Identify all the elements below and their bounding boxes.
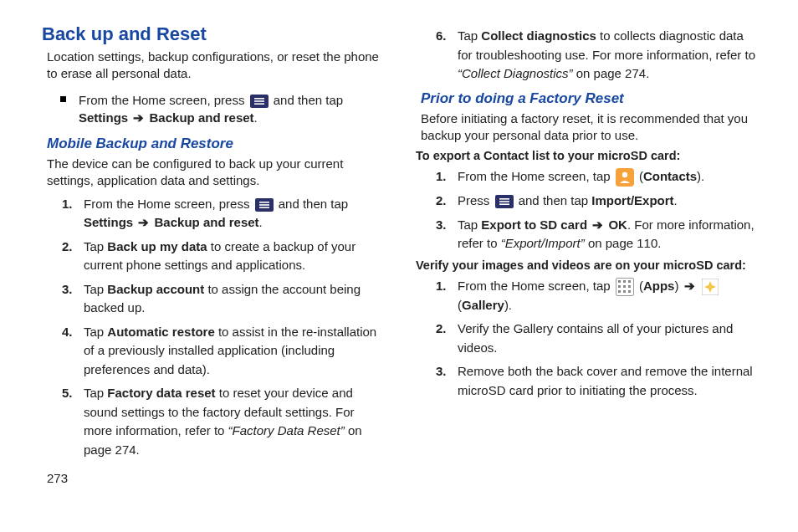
text: Press [458,193,494,207]
list-item: Tap Backup account to assign the account… [62,280,382,318]
menu-icon [255,198,274,212]
ordered-list-c: From the Home screen, tap (Apps) ➔ (Gall… [436,277,756,401]
svg-rect-3 [254,103,264,105]
svg-rect-17 [618,285,621,288]
left-column: Back up and Reset Location settings, bac… [42,23,382,485]
svg-rect-12 [499,201,509,202]
subheading-verify: Verify your images and videos are on you… [416,258,756,272]
svg-rect-22 [628,290,631,293]
svg-rect-7 [259,207,269,208]
text: Remove both the back cover and remove th… [458,364,753,397]
arrow-icon: ➔ [591,217,605,232]
svg-rect-2 [254,100,264,102]
text: From the Home screen, tap [458,279,614,293]
period: . [259,215,263,229]
list-item: Tap Factory data reset to reset your dev… [62,384,382,459]
text: on page 110. [585,236,662,250]
apps-icon [616,278,634,296]
arrow-icon: ➔ [683,279,697,293]
heading-backup-reset: Back up and Reset [42,23,382,45]
text: Tap [458,28,481,43]
list-item: Tap Automatic restore to assist in the r… [62,323,382,380]
text: ) [674,279,682,293]
period: . [254,110,258,125]
text: and then tap [279,197,348,211]
ref: “Collect Diagnostics” [458,66,573,80]
bold: OK [608,217,627,232]
text: and then tap [274,93,343,107]
svg-rect-18 [623,285,626,288]
list-item: Press and then tap Import/Export. [436,192,756,211]
svg-rect-20 [618,290,621,293]
bullet-list: From the Home screen, press and then tap… [57,91,382,128]
svg-rect-14 [618,280,621,283]
ordered-list-b: From the Home screen, tap (Contacts). Pr… [436,167,756,253]
gallery-icon [702,279,719,295]
arrow-icon: ➔ [136,215,151,229]
text: From the Home screen, tap [458,169,614,183]
menu-icon [250,95,269,108]
list-item: Tap Collect diagnostics to collects diag… [436,27,756,84]
svg-rect-19 [628,285,631,288]
bold: Collect diagnostics [481,28,596,43]
text: ). [697,169,704,183]
text: From the Home screen, press [79,93,248,107]
right-column: Tap Collect diagnostics to collects diag… [416,23,756,485]
text: on page 274. [573,66,650,80]
bold: Backup account [107,282,204,296]
bold: Back up my data [107,239,207,253]
contacts-icon [616,168,634,187]
svg-rect-21 [623,290,626,293]
bold: Backup and reset [155,215,259,229]
svg-rect-5 [259,202,269,203]
bold: Export to SD card [481,217,587,232]
list-item: Tap Export to SD card ➔ OK. For more inf… [436,216,756,253]
heading-prior-reset: Prior to doing a Factory Reset [421,90,756,107]
svg-rect-1 [254,98,264,100]
period: . [674,193,678,207]
bullet-item: From the Home screen, press and then tap… [57,91,382,128]
bold: Automatic restore [107,325,214,339]
text: Tap [458,217,481,232]
bold: Gallery [462,298,504,312]
text: From the Home screen, press [84,197,253,211]
subheading-export: To export a Contact list to your microSD… [416,149,756,162]
ref: “Factory Data Reset” [228,423,345,437]
intro-prior: Before initiating a factory reset, it is… [421,110,756,145]
bold-backup-reset: Backup and reset [150,110,254,125]
bold: Apps [643,279,675,293]
text: Tap [84,239,107,253]
list-item: From the Home screen, tap (Apps) ➔ (Gall… [436,277,756,315]
bold-settings: Settings [79,110,128,125]
text: and then tap [519,193,592,207]
text: Tap [84,282,107,296]
bold: Contacts [643,169,697,183]
bold: Settings [84,215,133,229]
svg-point-9 [622,172,627,177]
intro-text: Location settings, backup configurations… [47,49,382,83]
heading-mobile-backup: Mobile Backup and Restore [47,136,382,152]
text: Verify the Gallery contains all of your … [458,321,733,355]
ref: “Export/Import” [501,236,585,250]
list-item: Tap Back up my data to create a backup o… [62,238,382,275]
svg-rect-16 [628,280,631,283]
page-columns: Back up and Reset Location settings, bac… [42,23,756,485]
arrow-icon: ➔ [131,110,146,125]
svg-rect-13 [499,203,509,205]
text: ). [504,298,512,312]
list-item: From the Home screen, press and then tap… [62,195,382,233]
svg-rect-15 [623,280,626,283]
bold: Factory data reset [107,386,215,400]
bold: Import/Export [591,193,673,207]
svg-rect-11 [499,198,509,200]
list-item: Remove both the back cover and remove th… [436,362,756,400]
ordered-list-a-cont: Tap Collect diagnostics to collects diag… [436,27,756,84]
menu-icon [495,195,514,208]
text: Tap [84,325,107,339]
text: Tap [84,386,107,400]
intro-mobile-backup: The device can be configured to back up … [47,156,382,190]
ordered-list-a: From the Home screen, press and then tap… [62,195,382,460]
page-number: 273 [42,471,382,485]
list-item: Verify the Gallery contains all of your … [436,320,756,357]
list-item: From the Home screen, tap (Contacts). [436,167,756,187]
